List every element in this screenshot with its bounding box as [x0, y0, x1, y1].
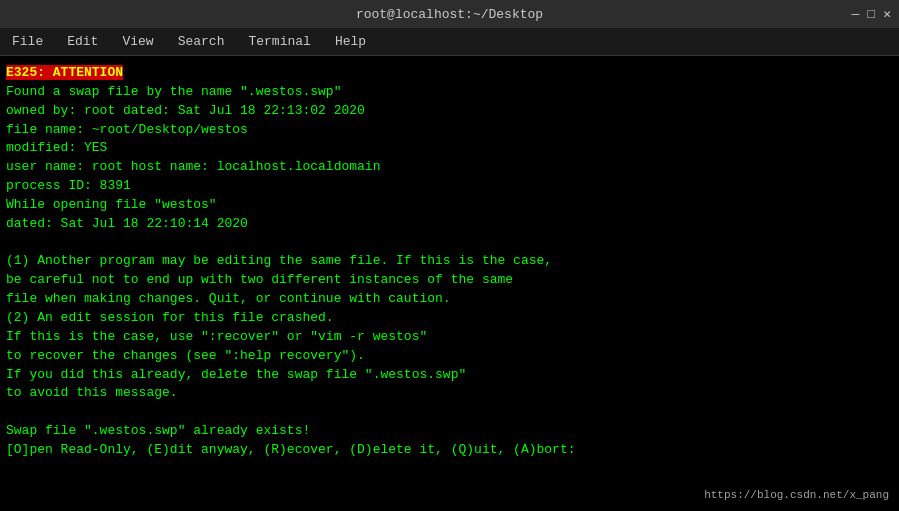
window-controls: — □ ✕: [852, 6, 891, 22]
line-warning: Swap file ".westos.swp" already exists!: [6, 422, 893, 441]
menu-edit[interactable]: Edit: [63, 32, 102, 51]
line-9: (1) Another program may be editing the s…: [6, 252, 893, 271]
line-7: While opening file "westos": [6, 196, 893, 215]
window-title: root@localhost:~/Desktop: [356, 7, 543, 22]
terminal-window: root@localhost:~/Desktop — □ ✕ File Edit…: [0, 0, 899, 511]
line-13: If this is the case, use ":recover" or "…: [6, 328, 893, 347]
close-button[interactable]: ✕: [883, 6, 891, 22]
menu-search[interactable]: Search: [174, 32, 229, 51]
minimize-button[interactable]: —: [852, 7, 860, 22]
line-6: process ID: 8391: [6, 177, 893, 196]
menu-file[interactable]: File: [8, 32, 47, 51]
line-5: user name: root host name: localhost.loc…: [6, 158, 893, 177]
line-blank-1: [6, 234, 893, 253]
line-8: dated: Sat Jul 18 22:10:14 2020: [6, 215, 893, 234]
menu-view[interactable]: View: [118, 32, 157, 51]
watermark: https://blog.csdn.net/x_pang: [704, 489, 889, 501]
line-4: modified: YES: [6, 139, 893, 158]
line-10: be careful not to end up with two differ…: [6, 271, 893, 290]
menu-help[interactable]: Help: [331, 32, 370, 51]
line-blank-2: [6, 403, 893, 422]
menu-bar: File Edit View Search Terminal Help: [0, 28, 899, 56]
terminal-output: E325: ATTENTION Found a swap file by the…: [0, 56, 899, 511]
line-12: (2) An edit session for this file crashe…: [6, 309, 893, 328]
line-11: file when making changes. Quit, or conti…: [6, 290, 893, 309]
line-14: to recover the changes (see ":help recov…: [6, 347, 893, 366]
maximize-button[interactable]: □: [867, 7, 875, 22]
error-badge: E325: ATTENTION: [6, 65, 123, 80]
line-2: owned by: root dated: Sat Jul 18 22:13:0…: [6, 102, 893, 121]
line-15: If you did this already, delete the swap…: [6, 366, 893, 385]
line-error-label: E325: ATTENTION: [6, 64, 893, 83]
line-1: Found a swap file by the name ".westos.s…: [6, 83, 893, 102]
terminal-body[interactable]: E325: ATTENTION Found a swap file by the…: [0, 56, 899, 511]
line-16: to avoid this message.: [6, 384, 893, 403]
title-bar: root@localhost:~/Desktop — □ ✕: [0, 0, 899, 28]
menu-terminal[interactable]: Terminal: [244, 32, 314, 51]
line-3: file name: ~root/Desktop/westos: [6, 121, 893, 140]
line-prompt: [O]pen Read-Only, (E)dit anyway, (R)ecov…: [6, 441, 893, 460]
